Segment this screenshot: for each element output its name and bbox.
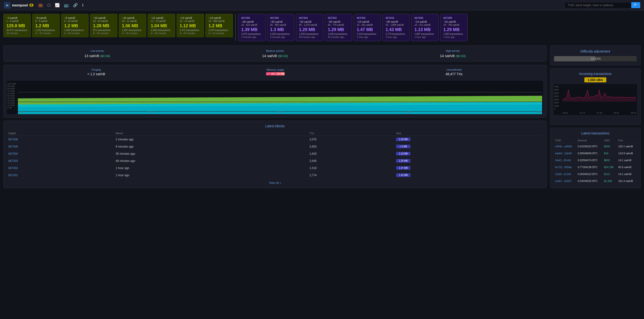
block-range: 1 - 8 sat/vB: [6, 20, 28, 23]
block-height-link[interactable]: 667302: [8, 166, 18, 170]
memory-value: 327 MB / 300 MB: [266, 73, 284, 75]
block-sat: ~28 sat/vB: [241, 20, 262, 23]
block-size: 1.29 MB: [443, 27, 464, 32]
blocks-row: ~3 sat/vB 1 - 8 sat/vB 129.8 MB 35,471 t…: [0, 11, 644, 43]
block-sat: ~12 sat/vB: [151, 17, 172, 19]
difficulty-card: Difficulty adjustment -13.41%: [550, 45, 641, 65]
table-row: 667305 9 minutes ago 2,653 1.3 MB: [7, 143, 543, 150]
block-eta: 1 hour ago: [414, 36, 436, 39]
incoming-x-labels: 06:5007:1407:3808:0208:26: [563, 112, 636, 114]
pending-block-4[interactable]: ~10 sat/vB 10 - 11 sat/vB 1.06 MB 1,597 …: [119, 14, 146, 37]
tx-fee: 102.1 sat/vB: [617, 143, 637, 150]
wallet-icon[interactable]: 💼: [38, 3, 43, 8]
navbar: m mempool ₿ 💼 ⬡ 📈 📺 🔗 ℹ 🔍: [0, 0, 644, 11]
block-txs: 1,933 transactions: [299, 33, 320, 35]
block-sat: ~3 sat/vB: [6, 17, 28, 19]
confirmed-block-6[interactable]: 667300 ~14 sat/vB 13 - 311 sat/vB 1.13 M…: [411, 14, 439, 41]
block-sat: ~10 sat/vB: [93, 17, 114, 19]
block-height-link[interactable]: 667301: [8, 174, 18, 177]
info-icon[interactable]: ℹ: [82, 3, 84, 8]
block-height-link[interactable]: 667305: [8, 145, 18, 148]
fee-high-value: 14 sat/vB ($0.63): [440, 54, 466, 58]
size-bar: 1.23 MB: [396, 152, 410, 155]
network-icon[interactable]: 🔗: [73, 3, 78, 8]
col-size: Size: [395, 131, 543, 136]
size-bar: 1.47 MB: [396, 166, 410, 170]
tx-amount: 0.03444532 BTC: [576, 178, 602, 185]
block-range: 11 - 12 sat/vB: [151, 20, 172, 23]
memory-bar-fill: 327 MB / 300 MB: [266, 72, 284, 76]
confirmed-block-2[interactable]: 667304 ~92 sat/vB 65 - 1,370 sat/vB 1.29…: [296, 14, 323, 41]
block-height: 667306: [241, 17, 262, 19]
confirmed-block-7[interactable]: 667299 ~15 sat/vB 14 - 700 sat/vB 1.29 M…: [440, 14, 468, 41]
pending-block-7[interactable]: ~14 sat/vB 14 - 690 sat/vB 1.2 MB 2,574 …: [206, 14, 233, 37]
pending-block-5[interactable]: ~12 sat/vB 11 - 12 sat/vB 1.04 MB 2,560 …: [148, 14, 175, 37]
mempool-card: Purging < 1.2 sat/vB Memory usage 327 MB…: [3, 65, 547, 118]
confirmed-block-0[interactable]: 667306 ~28 sat/vB 15 - 623 sat/vB 1.39 M…: [238, 14, 266, 41]
pending-block-6[interactable]: ~13 sat/vB 12 - 14 sat/vB 1.12 MB 2,472 …: [176, 14, 204, 37]
mempool-stats: Purging < 1.2 sat/vB Memory usage 327 MB…: [7, 68, 543, 78]
block-eta: In ~20 minutes: [180, 32, 201, 35]
mempool-unconfirmed: Unconfirmed 48,477 TXs: [446, 68, 462, 78]
block-txs: 1,933: [308, 150, 395, 157]
nodes-icon[interactable]: ⬡: [47, 3, 50, 8]
tx-fee: 124.9 sat/vB: [617, 150, 637, 157]
tx-usd: $1,106: [602, 178, 617, 185]
chart-x-labels: 06:50 07:14 07:38 08:02 08:26: [18, 111, 542, 113]
tx-id-link[interactable]: 13a5f...b13c8: [555, 173, 571, 175]
mempool-chart: 100 MvB 90 MvB 80 MvB 70 MvB 60 MvB 50 M…: [7, 81, 543, 114]
block-range: 12 - 14 sat/vB: [180, 20, 201, 23]
block-height-link[interactable]: 667304: [8, 152, 18, 155]
size-bar: 1.43 MB: [396, 173, 410, 177]
tv-icon[interactable]: 📺: [64, 3, 69, 8]
table-row: 667304 30 minutes ago 1,933 1.23 MB: [7, 150, 543, 157]
block-size-cell: 1.3 MB: [395, 143, 543, 150]
chart-icon[interactable]: 📈: [55, 3, 60, 8]
tx-amount: 0.01039322 BTC: [576, 143, 602, 150]
tx-fee: 101.4 sat/vB: [617, 178, 637, 185]
block-size: 1.06 MB: [122, 24, 143, 29]
block-eta: 1 hour ago: [357, 36, 378, 39]
tx-id-link[interactable]: eda54...2ab49: [555, 152, 572, 155]
block-eta: In ~60 minutes: [64, 32, 86, 35]
view-all-blocks[interactable]: View all »: [7, 181, 543, 185]
block-height-link[interactable]: 667306: [8, 138, 18, 141]
col-height: Height: [7, 131, 114, 136]
block-txs: 2,075: [308, 136, 395, 143]
brand[interactable]: m mempool ₿: [4, 2, 34, 9]
mempool-purging: Purging < 1.2 sat/vB: [87, 68, 105, 78]
incoming-card: Incoming transactions 1,563 vB/s 7000600…: [550, 68, 641, 125]
latest-blocks-table: Height Mined TXs Size 667306 2 minutes a…: [7, 131, 543, 179]
block-txs: 2,574 transactions: [208, 29, 230, 32]
block-sat: ~92 sat/vB: [328, 20, 349, 23]
col-usd: USD: [602, 138, 617, 143]
tx-usd: $16: [602, 150, 617, 157]
block-height: 667305: [270, 17, 291, 19]
tx-id-link[interactable]: 1c8e7...b2027: [555, 180, 572, 182]
table-row: 667302 1 hour ago 1,519 1.47 MB: [7, 165, 543, 172]
search-input[interactable]: [564, 2, 631, 8]
tx-id-link[interactable]: 34af1...83cb5: [555, 159, 571, 162]
block-height-link[interactable]: 667303: [8, 159, 18, 163]
confirmed-block-3[interactable]: 667303 ~92 sat/vB 65 - 775 sat/vB 1.29 M…: [325, 14, 352, 41]
confirmed-block-5[interactable]: 667301 ~90 sat/vB 53 - 1,809 sat/vB 1.43…: [382, 14, 410, 41]
tx-id-link[interactable]: 6c722...659ab: [555, 166, 572, 169]
pending-block-3[interactable]: ~10 sat/vB 10 - 10 sat/vB 1.28 MB 871 tr…: [90, 14, 118, 37]
block-eta: (91 blocks): [6, 32, 28, 35]
network-badge[interactable]: ₿: [29, 4, 34, 7]
col-txid: TXID: [554, 138, 576, 143]
tx-amount: 0.77204136 BTC: [576, 164, 602, 171]
size-bar: 1.29 MB: [396, 159, 410, 163]
block-height: 667304: [299, 17, 320, 19]
confirmed-block-4[interactable]: 667302 ~13 sat/vB 13 - 241 sat/vB 1.47 M…: [354, 14, 381, 41]
confirmed-block-1[interactable]: 667305 ~93 sat/vB 55 - 955 sat/vB 1.3 MB…: [267, 14, 294, 41]
block-size: 1.3 MB: [270, 27, 291, 32]
tx-id-link[interactable]: e444e...a4538: [555, 145, 572, 148]
incoming-y-labels: 70006000500040003000200010000: [554, 86, 559, 110]
pending-block-2[interactable]: ~9 sat/vB 9 - 10 sat/vB 1.2 MB 1,680 tra…: [61, 14, 88, 37]
block-eta: In ~50 minutes: [93, 32, 114, 35]
search-button[interactable]: 🔍: [631, 2, 640, 8]
block-sat: ~13 sat/vB: [357, 20, 378, 23]
pending-block-0[interactable]: ~3 sat/vB 1 - 8 sat/vB 129.8 MB 35,471 t…: [3, 14, 31, 37]
pending-block-1[interactable]: ~8 sat/vB 8 - 9 sat/vB 1.2 MB 1,252 tran…: [32, 14, 60, 37]
